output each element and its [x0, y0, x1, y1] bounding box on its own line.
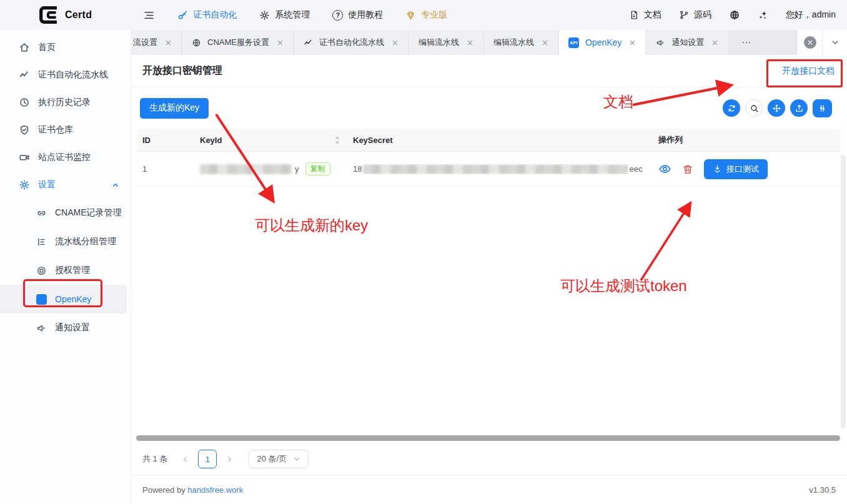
close-circle-icon	[804, 36, 816, 49]
tab-edit-pipeline-2[interactable]: 编辑流水线	[484, 30, 558, 55]
delete-trash-icon[interactable]	[682, 164, 693, 175]
gem-badge-icon	[405, 10, 416, 21]
horizontal-scrollbar[interactable]	[136, 435, 840, 441]
document-icon	[629, 10, 639, 20]
sidebar-item-auth-manage[interactable]: 授权管理	[0, 256, 131, 285]
sidebar-item-notify-settings[interactable]: 通知设置	[0, 314, 131, 342]
vertical-scrollbar[interactable]	[841, 155, 846, 428]
sidebar-item-cname-records[interactable]: CNAME记录管理	[0, 199, 131, 227]
page-title: 开放接口密钥管理	[142, 64, 222, 77]
certd-logo-icon	[37, 4, 59, 26]
topbar: Certd 证书自动化 系统管理 ? 使用教程 专业版	[0, 0, 847, 30]
sidebar-collapse-icon[interactable]	[143, 9, 155, 21]
open-api-doc-link[interactable]: 开放接口文档	[782, 66, 835, 77]
view-eye-icon[interactable]	[658, 162, 671, 175]
tab-actions	[797, 30, 847, 55]
close-icon[interactable]	[467, 39, 473, 46]
cell-keyid: y 复制	[194, 162, 347, 175]
gear-icon	[259, 10, 270, 21]
page-size-select[interactable]: 20 条/页	[249, 450, 309, 468]
sidebar-item-pipeline-groups[interactable]: 流水线分组管理	[0, 227, 131, 256]
sidebar-item-settings[interactable]: 设置	[0, 171, 131, 199]
close-icon[interactable]	[629, 39, 636, 46]
cell-id: 1	[136, 164, 194, 174]
tab-dropdown-button[interactable]	[822, 30, 847, 55]
close-icon[interactable]	[542, 39, 548, 46]
arrows-cross-icon	[772, 104, 781, 113]
column-settings-button[interactable]	[813, 99, 832, 117]
cell-actions: 接口测试	[650, 159, 840, 179]
link-source-code[interactable]: 源码	[679, 9, 711, 21]
video-camera-icon	[19, 152, 30, 163]
tab-cert-pipelines[interactable]: 证书自动化流水线	[294, 30, 408, 55]
search-button[interactable]	[745, 99, 763, 117]
megaphone-icon	[36, 323, 47, 334]
next-page-icon[interactable]	[220, 455, 239, 463]
handsfree-link[interactable]: handsfree.work	[187, 485, 243, 495]
export-icon	[795, 104, 804, 113]
page-number-button[interactable]: 1	[198, 450, 217, 468]
target-icon	[36, 265, 47, 276]
close-all-tabs-button[interactable]	[797, 30, 822, 55]
compact-mode-button[interactable]	[768, 99, 785, 117]
gear-icon	[19, 179, 30, 190]
close-icon[interactable]	[165, 39, 172, 46]
prev-page-icon[interactable]	[176, 455, 194, 463]
redacted-keysecret	[363, 164, 628, 174]
nav-cert-automation[interactable]: 证书自动化	[177, 9, 237, 21]
app-logo[interactable]: Certd	[37, 4, 92, 26]
tab-edit-pipeline-1[interactable]: 编辑流水线	[409, 30, 483, 55]
api-test-button[interactable]: 接口测试	[704, 159, 768, 179]
sidebar-item-home[interactable]: 首页	[0, 34, 131, 61]
nav-tutorial[interactable]: ? 使用教程	[332, 9, 383, 21]
column-header-id: ID	[136, 136, 194, 145]
total-count: 共 1 条	[142, 453, 167, 465]
sidebar-item-pipelines[interactable]: 证书自动化流水线	[0, 61, 131, 89]
sidebar: 首页 证书自动化流水线 执行历史记录 证书仓库 站点证书监控 设置 CNAME记…	[0, 30, 131, 504]
refresh-button[interactable]	[723, 99, 740, 117]
search-icon	[750, 104, 759, 113]
generate-new-key-button[interactable]: 生成新的Key	[140, 98, 209, 119]
close-icon[interactable]	[392, 39, 399, 46]
api-icon: API	[568, 37, 579, 48]
link-docs[interactable]: 文档	[629, 9, 661, 21]
close-icon[interactable]	[711, 39, 718, 46]
home-icon	[19, 42, 30, 53]
refresh-icon	[727, 104, 736, 113]
cell-keysecret: 18 eec	[347, 164, 650, 174]
question-icon: ?	[332, 10, 343, 21]
close-icon[interactable]	[277, 39, 284, 46]
app-title: Certd	[65, 9, 92, 21]
copy-tag-button[interactable]: 复制	[305, 162, 330, 175]
table-row: 1 y 复制 18 eec 接口测试	[136, 152, 840, 187]
megaphone-icon	[656, 38, 665, 47]
trend-line-icon	[304, 38, 313, 47]
tab-flow-settings[interactable]: 流设置	[131, 30, 181, 55]
tab-notify-settings[interactable]: 通知设置	[646, 30, 728, 55]
export-button[interactable]	[790, 99, 808, 117]
redacted-keyid	[200, 164, 292, 174]
key-icon	[177, 10, 188, 21]
data-table: ID KeyId KeySecret 操作列 1 y 复制 18 eec	[131, 129, 847, 187]
sort-icon[interactable]	[334, 136, 340, 145]
topbar-right: 文档 源码 您好，admin	[629, 9, 836, 21]
column-header-keyid[interactable]: KeyId	[194, 136, 347, 145]
sliders-icon	[818, 104, 827, 113]
tab-openkey[interactable]: API OpenKey	[559, 30, 645, 55]
sidebar-item-history[interactable]: 执行历史记录	[0, 89, 131, 116]
nav-system-manage[interactable]: 系统管理	[259, 9, 310, 21]
sidebar-item-openkey[interactable]: API OpenKey	[0, 285, 127, 314]
toolbar-row: 生成新的Key	[131, 87, 847, 129]
column-header-keysecret: KeySecret	[347, 136, 650, 145]
nav-pro-edition[interactable]: 专业版	[405, 9, 447, 21]
sidebar-item-site-monitor[interactable]: 站点证书监控	[0, 144, 131, 171]
sidebar-item-cert-store[interactable]: 证书仓库	[0, 116, 131, 144]
user-greeting[interactable]: 您好，admin	[786, 9, 836, 21]
table-toolbar	[723, 99, 832, 117]
sparkles-icon[interactable]	[758, 10, 768, 21]
link-chain-icon	[36, 208, 47, 219]
language-globe-icon[interactable]	[729, 9, 740, 21]
tab-cname-service[interactable]: CNAME服务设置	[182, 30, 293, 55]
main-content: 开放接口密钥管理 开放接口文档 生成新的Key ID Ke	[131, 55, 847, 475]
tab-more-button[interactable]: ⋯	[729, 30, 763, 55]
